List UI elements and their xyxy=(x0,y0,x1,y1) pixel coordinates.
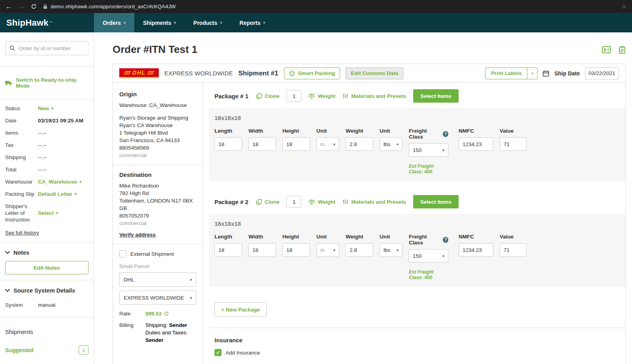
edit-customs-data-button[interactable]: Edit Customs Data xyxy=(346,68,403,79)
chevron-down-icon: ▾ xyxy=(174,21,176,25)
dimension-unit-select[interactable]: in. ▾ xyxy=(316,137,339,151)
chevron-down-icon: ▾ xyxy=(397,142,399,146)
bookmark-star-icon[interactable]: ☆ xyxy=(621,3,626,10)
suggested-shipments-row[interactable]: Suggested 1 xyxy=(5,345,88,355)
field-items: Items --.-- xyxy=(5,129,88,136)
package-qty-input[interactable] xyxy=(286,196,301,208)
smart-packing-button[interactable]: Smart Packing xyxy=(284,68,340,79)
print-labels-button[interactable]: Print Labels xyxy=(485,68,527,79)
nmfc-field: NMFC xyxy=(459,234,493,257)
origin-type: commercial xyxy=(119,152,196,159)
field-status: Status New▾ xyxy=(5,105,88,112)
carrier-select[interactable]: DHL ▾ xyxy=(119,272,196,287)
add-insurance-checkbox[interactable]: ✓ xyxy=(214,349,222,356)
height-input[interactable] xyxy=(282,137,310,151)
field-shippers-letter: Shipper's Letter of Instruction Select▾ xyxy=(5,203,88,223)
insurance-heading: Insurance xyxy=(214,337,625,343)
length-input[interactable] xyxy=(214,137,242,151)
help-icon[interactable]: ? xyxy=(443,237,448,243)
see-full-history-link[interactable]: See full history xyxy=(5,230,39,236)
select-items-button[interactable]: Select Items xyxy=(413,195,459,208)
browser-back-icon[interactable]: ← xyxy=(6,4,12,10)
external-shipment-checkbox[interactable] xyxy=(119,250,126,257)
external-shipment-option: External Shipment xyxy=(119,250,196,257)
warehouse-dropdown[interactable]: CA_Warehouse▾ xyxy=(38,178,81,185)
length-field: Length xyxy=(214,234,242,257)
chevron-down-icon: ▾ xyxy=(75,191,77,197)
help-icon[interactable]: ? xyxy=(443,131,448,137)
print-labels-split-button: Print Labels ▾ xyxy=(485,68,538,79)
weight-unit-select[interactable]: lbs ▾ xyxy=(380,137,403,151)
package-details-panel: 18x18x18 Length Width xyxy=(209,214,625,287)
ready-to-ship-mode-link[interactable]: Switch to Ready-to-ship Mode xyxy=(0,67,94,99)
chevron-down-icon: ▾ xyxy=(263,21,265,25)
rate-refresh[interactable]: $99.53 xyxy=(145,311,169,317)
chevron-down-icon: ▾ xyxy=(442,254,444,258)
chevron-down-icon: ▾ xyxy=(333,142,335,146)
weight-input[interactable] xyxy=(346,243,373,257)
print-labels-dropdown[interactable]: ▾ xyxy=(527,68,537,79)
main-content: Order #ITN Test 1 DHL xyxy=(94,32,632,364)
dimension-unit-select[interactable]: in. ▾ xyxy=(316,243,339,257)
select-items-button[interactable]: Select Items xyxy=(413,89,459,103)
est-freight-class: Est Freight Class: 400 xyxy=(409,163,448,174)
est-freight-class: Est Freight Class: 400 xyxy=(409,269,448,280)
clipboard-icon[interactable] xyxy=(619,46,626,54)
shiphawk-logo[interactable]: ShipHawk™ xyxy=(0,13,94,32)
chevron-down-icon: ▾ xyxy=(79,178,81,185)
status-dropdown[interactable]: New▾ xyxy=(38,105,53,112)
service-name: EXPRESS WORLDWIDE xyxy=(164,70,233,77)
contact-card-icon[interactable] xyxy=(602,46,611,54)
browser-forward-icon[interactable]: → xyxy=(18,4,24,10)
refresh-icon xyxy=(164,311,169,316)
scale-icon xyxy=(308,93,315,99)
width-input[interactable] xyxy=(248,137,276,151)
weight-unit-select[interactable]: lbs ▾ xyxy=(380,243,403,257)
clone-package-button[interactable]: Clone xyxy=(256,93,280,99)
truck-icon xyxy=(5,80,12,86)
clone-icon xyxy=(256,199,262,205)
length-input[interactable] xyxy=(214,243,242,257)
chevron-down-icon: ▾ xyxy=(333,248,335,252)
notes-section-toggle[interactable]: Notes xyxy=(5,250,88,256)
clone-package-button[interactable]: Clone xyxy=(256,199,280,205)
chevron-down-icon: ▾ xyxy=(190,296,192,300)
freight-class-select[interactable]: 150 ▾ xyxy=(409,143,448,157)
search-input[interactable] xyxy=(19,45,88,51)
nmfc-input[interactable] xyxy=(459,243,493,257)
verify-address-link[interactable]: Verify address xyxy=(119,232,156,238)
weight-field: Weight xyxy=(346,234,373,257)
source-system-toggle[interactable]: Source System Details xyxy=(5,287,88,294)
weight-input[interactable] xyxy=(346,137,373,151)
value-input[interactable] xyxy=(500,243,527,257)
shipment-card: DHL EXPRESS WORLDWIDE Shipment #1 Smart … xyxy=(113,64,626,364)
new-package-button[interactable]: + New Package xyxy=(214,302,267,317)
address-bar[interactable]: demo.shiphawk.com/app/orders/ord_axCnfcK… xyxy=(43,4,615,9)
width-input[interactable] xyxy=(248,243,276,257)
nav-orders[interactable]: Orders ▾ xyxy=(94,13,134,32)
shippers-letter-dropdown[interactable]: Select▾ xyxy=(38,203,58,223)
origin-heading: Origin xyxy=(119,91,196,98)
package-qty-input[interactable] xyxy=(286,90,301,102)
value-input[interactable] xyxy=(500,137,527,151)
materials-presets-button[interactable]: Materials and Presets xyxy=(342,199,406,205)
nmfc-input[interactable] xyxy=(459,137,493,151)
weight-button[interactable]: Weight xyxy=(308,93,335,99)
packing-slip-dropdown[interactable]: Default Letter▾ xyxy=(38,191,77,197)
package-dimensions: 18x18x18 xyxy=(214,114,618,121)
calendar-icon xyxy=(543,70,549,77)
freight-class-select[interactable]: 150 ▾ xyxy=(409,249,448,263)
ship-date-input[interactable] xyxy=(585,67,619,80)
nav-shipments[interactable]: Shipments ▾ xyxy=(134,13,185,32)
nav-reports[interactable]: Reports ▾ xyxy=(231,13,274,32)
height-input[interactable] xyxy=(282,243,310,257)
freight-class-field: Freight Class? 150 ▾ Est Freight Class: … xyxy=(409,234,448,280)
url-text: demo.shiphawk.com/app/orders/ord_axCnfcK… xyxy=(51,4,176,9)
browser-reload-icon[interactable] xyxy=(31,4,37,9)
service-select[interactable]: EXPRESS WORLDWIDE ▾ xyxy=(119,291,196,305)
edit-notes-button[interactable]: Edit Notes xyxy=(5,261,88,274)
weight-button[interactable]: Weight xyxy=(308,199,335,205)
packages-column: Package # 1 Clone xyxy=(203,83,625,364)
materials-presets-button[interactable]: Materials and Presets xyxy=(342,93,406,99)
nav-products[interactable]: Products ▾ xyxy=(185,13,231,32)
